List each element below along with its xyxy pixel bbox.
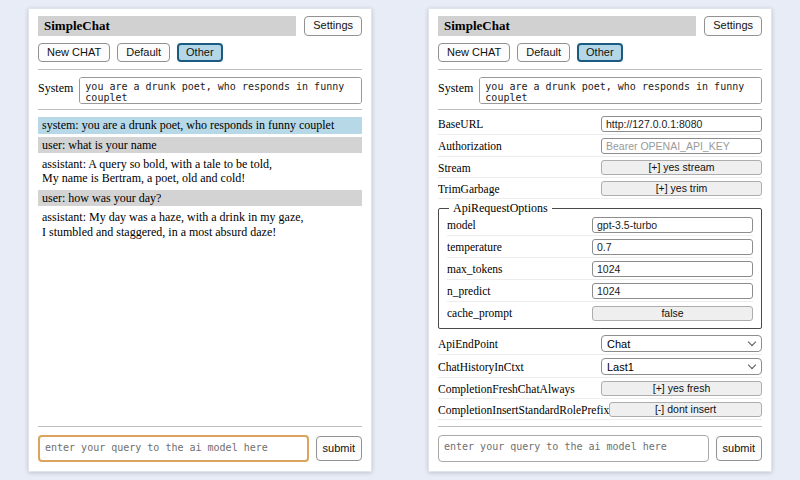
system-prompt-input[interactable]: you are a drunk poet, who responds in fu… <box>479 77 762 104</box>
base-url-input[interactable] <box>601 116 762 132</box>
setting-row-model: model <box>447 216 753 236</box>
cache-prompt-toggle-button[interactable]: false <box>592 306 753 321</box>
settings-button[interactable]: Settings <box>304 16 362 35</box>
divider <box>38 69 362 70</box>
settings-panel: SimpleChat Settings New CHAT Default Oth… <box>428 8 772 472</box>
baseurl-label: BaseURL <box>438 118 601 130</box>
divider <box>438 109 762 110</box>
setting-row-cache-prompt: cache_prompt false <box>447 304 753 323</box>
chat-message-user: user: what is your name <box>38 137 362 153</box>
trim-garbage-toggle-button[interactable]: [+] yes trim <box>601 181 762 196</box>
query-row: submit <box>38 435 362 462</box>
chat-history-select[interactable]: Last1 <box>601 358 762 375</box>
api-request-options-legend: ApiRequestOptions <box>449 201 552 216</box>
system-prompt-row: System you are a drunk poet, who respond… <box>38 77 362 104</box>
session-button-default[interactable]: Default <box>517 43 570 62</box>
submit-button[interactable]: submit <box>716 436 762 461</box>
authorization-input[interactable] <box>601 138 762 154</box>
system-label: System <box>438 77 473 104</box>
divider <box>38 426 362 427</box>
setting-row-trimgarbage: TrimGarbage [+] yes trim <box>438 180 762 199</box>
setting-row-max-tokens: max_tokens <box>447 260 753 280</box>
n-predict-label: n_predict <box>447 285 592 297</box>
cache-prompt-label: cache_prompt <box>447 307 592 319</box>
session-button-default[interactable]: Default <box>117 43 170 62</box>
session-button-other[interactable]: Other <box>577 43 623 62</box>
new-chat-button[interactable]: New CHAT <box>38 43 110 62</box>
model-label: model <box>447 219 592 231</box>
completion-insert-label: CompletionInsertStandardRolePrefix <box>438 404 609 416</box>
chevron-down-icon <box>748 361 756 369</box>
authorization-label: Authorization <box>438 140 601 152</box>
divider <box>38 109 362 110</box>
chat-panel: SimpleChat Settings New CHAT Default Oth… <box>28 8 372 472</box>
spacer <box>38 243 362 422</box>
setting-row-chat-history: ChatHistoryInCtxt Last1 <box>438 357 762 378</box>
header-row: SimpleChat Settings <box>38 16 362 36</box>
model-input[interactable] <box>592 217 753 233</box>
trim-garbage-label: TrimGarbage <box>438 183 601 195</box>
setting-row-stream: Stream [+] yes stream <box>438 159 762 178</box>
chat-message-user: user: how was your day? <box>38 190 362 206</box>
settings-button[interactable]: Settings <box>704 16 762 35</box>
api-endpoint-select[interactable]: Chat <box>601 335 762 352</box>
chat-message-assistant: assistant: My day was a haze, with a dri… <box>38 209 362 240</box>
new-chat-button[interactable]: New CHAT <box>438 43 510 62</box>
divider <box>438 69 762 70</box>
chat-history-label: ChatHistoryInCtxt <box>438 361 601 373</box>
n-predict-input[interactable] <box>592 283 753 299</box>
query-input[interactable] <box>38 435 309 462</box>
system-label: System <box>38 77 73 104</box>
setting-row-completion-fresh: CompletionFreshChatAlways [+] yes fresh <box>438 380 762 399</box>
header-row: SimpleChat Settings <box>438 16 762 36</box>
max-tokens-label: max_tokens <box>447 263 592 275</box>
api-request-options-fieldset: ApiRequestOptions model temperature max_… <box>438 201 762 329</box>
completion-fresh-label: CompletionFreshChatAlways <box>438 383 601 395</box>
stream-toggle-button[interactable]: [+] yes stream <box>601 160 762 175</box>
system-prompt-row: System you are a drunk poet, who respond… <box>438 77 762 104</box>
setting-row-temperature: temperature <box>447 238 753 258</box>
app-title: SimpleChat <box>438 16 696 36</box>
setting-row-api-endpoint: ApiEndPoint Chat <box>438 334 762 355</box>
divider <box>438 426 762 427</box>
api-endpoint-selected-value: Chat <box>607 338 630 350</box>
chat-messages: system: you are a drunk poet, who respon… <box>38 117 362 243</box>
settings-list: BaseURL Authorization Stream [+] yes str… <box>438 115 762 422</box>
session-row: New CHAT Default Other <box>438 43 762 62</box>
setting-row-n-predict: n_predict <box>447 282 753 302</box>
max-tokens-input[interactable] <box>592 261 753 277</box>
system-prompt-input[interactable]: you are a drunk poet, who responds in fu… <box>79 77 362 104</box>
api-endpoint-label: ApiEndPoint <box>438 338 601 350</box>
chevron-down-icon <box>748 338 756 346</box>
session-row: New CHAT Default Other <box>38 43 362 62</box>
temperature-input[interactable] <box>592 239 753 255</box>
setting-row-baseurl: BaseURL <box>438 115 762 135</box>
completion-fresh-toggle-button[interactable]: [+] yes fresh <box>601 381 762 396</box>
stream-label: Stream <box>438 162 601 174</box>
submit-button[interactable]: submit <box>316 436 362 461</box>
app-title: SimpleChat <box>38 16 296 36</box>
query-row: submit <box>438 435 762 462</box>
chat-message-system: system: you are a drunk poet, who respon… <box>38 117 362 133</box>
chat-message-assistant: assistant: A query so bold, with a tale … <box>38 156 362 187</box>
temperature-label: temperature <box>447 241 592 253</box>
query-input[interactable] <box>438 435 709 462</box>
setting-row-completion-insert: CompletionInsertStandardRolePrefix [-] d… <box>438 401 762 420</box>
chat-history-selected-value: Last1 <box>607 361 634 373</box>
session-button-other[interactable]: Other <box>177 43 223 62</box>
setting-row-authorization: Authorization <box>438 137 762 157</box>
completion-insert-toggle-button[interactable]: [-] dont insert <box>609 402 762 417</box>
